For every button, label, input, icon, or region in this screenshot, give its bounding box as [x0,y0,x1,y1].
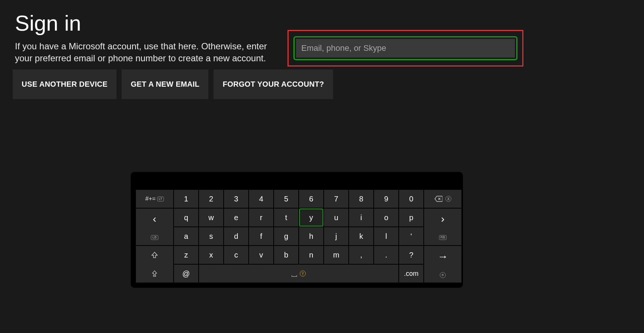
key-h[interactable]: h [299,227,323,245]
key-p[interactable]: p [399,209,423,226]
cursor-left-key[interactable]: ‹ LB [136,209,173,245]
key-6[interactable]: 6 [299,190,323,208]
key-r[interactable]: r [249,209,273,226]
email-input[interactable] [296,39,515,58]
key-l[interactable]: l [374,227,398,245]
backspace-key[interactable]: X [424,190,461,208]
page-subtitle: If you have a Microsoft account, use tha… [15,40,276,65]
key-g[interactable]: g [274,227,298,245]
email-input-focus-highlight [287,30,523,67]
key-,[interactable]: , [349,246,373,264]
key-.[interactable]: . [374,246,398,264]
key-i[interactable]: i [349,209,373,226]
key-a[interactable]: a [174,227,198,245]
key-t[interactable]: t [274,209,298,226]
key-m[interactable]: m [324,246,348,264]
arrow-right-icon: → [438,251,448,263]
key-'[interactable]: ' [399,227,423,245]
key-4[interactable]: 4 [249,190,273,208]
enter-key[interactable]: → ≡ [424,246,461,283]
key-f[interactable]: f [249,227,273,245]
key-d[interactable]: d [224,227,248,245]
key-2[interactable]: 2 [199,190,223,208]
get-new-email-button[interactable]: GET A NEW EMAIL [122,70,208,99]
key-9[interactable]: 9 [374,190,398,208]
use-another-device-button[interactable]: USE ANOTHER DEVICE [13,70,116,99]
key-z[interactable]: z [174,246,198,264]
key-c[interactable]: c [224,246,248,264]
key-j[interactable]: j [324,227,348,245]
key-s[interactable]: s [199,227,223,245]
page-title: Sign in [15,10,81,36]
key-o[interactable]: o [374,209,398,226]
key-?[interactable]: ? [399,246,423,264]
symbol-mode-key[interactable]: #+= LT [136,190,173,208]
key-w[interactable]: w [199,209,223,226]
key-8[interactable]: 8 [349,190,373,208]
space-key[interactable]: ⎵ Y [199,265,398,283]
key-0[interactable]: 0 [399,190,423,208]
y-badge: Y [300,271,306,277]
cursor-right-key[interactable]: › RB [424,209,461,245]
caps-lock-icon [151,270,158,277]
chevron-left-icon: ‹ [153,214,156,224]
symbol-mode-label: #+= [145,195,156,202]
key-e[interactable]: e [224,209,248,226]
key-y[interactable]: y [299,209,323,226]
key-b[interactable]: b [274,246,298,264]
key-k[interactable]: k [349,227,373,245]
rb-badge: RB [439,235,447,240]
backspace-icon [434,195,442,203]
lb-badge: LB [151,235,158,240]
key-1[interactable]: 1 [174,190,198,208]
chevron-right-icon: › [441,214,444,224]
svg-rect-2 [153,275,156,277]
key-u[interactable]: u [324,209,348,226]
space-icon: ⎵ [292,268,296,279]
key-v[interactable]: v [249,246,273,264]
key-at[interactable]: @ [174,265,198,283]
forgot-account-button[interactable]: FORGOT YOUR ACCOUNT? [214,70,333,99]
lt-badge: LT [157,197,164,201]
key-dotcom[interactable]: .com [399,265,423,283]
shift-up-icon [150,251,159,259]
key-q[interactable]: q [174,209,198,226]
key-n[interactable]: n [299,246,323,264]
shift-key[interactable] [136,246,173,283]
key-7[interactable]: 7 [324,190,348,208]
key-x[interactable]: x [199,246,223,264]
key-5[interactable]: 5 [274,190,298,208]
on-screen-keyboard: #+= LT X ‹ LB › RB [131,172,463,288]
x-badge: X [445,196,451,202]
action-button-row: USE ANOTHER DEVICE GET A NEW EMAIL FORGO… [13,70,333,99]
menu-badge-icon: ≡ [440,272,446,278]
email-input-frame [293,36,517,60]
key-3[interactable]: 3 [224,190,248,208]
